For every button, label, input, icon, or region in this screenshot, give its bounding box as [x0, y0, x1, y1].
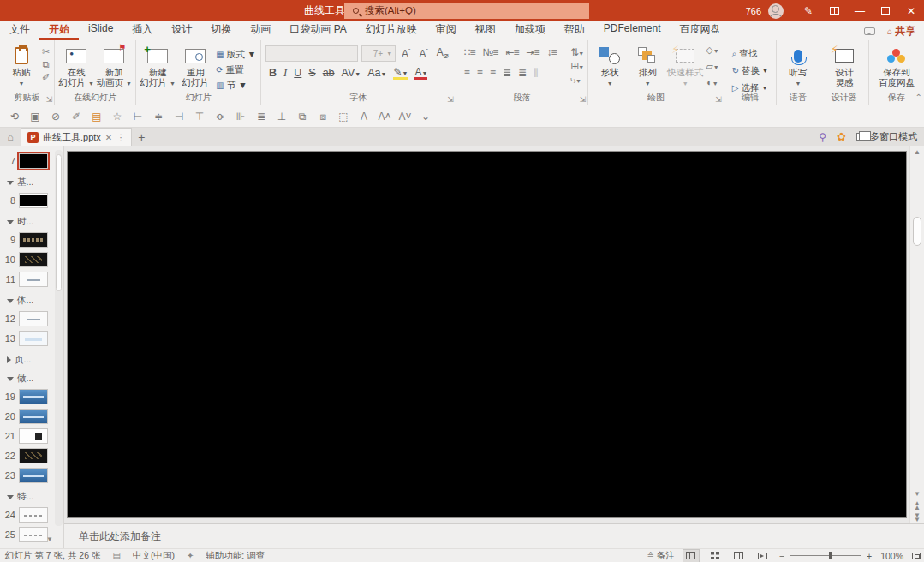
slide-thumbnail-image[interactable] [19, 153, 48, 169]
ribbon-tab-10[interactable]: 视图 [466, 20, 505, 40]
home-tab-icon[interactable]: ⌂ [0, 128, 21, 146]
numbering-button[interactable]: №≡ [482, 46, 498, 58]
copy-icon[interactable]: ⧉ [42, 59, 50, 69]
underline-button[interactable]: U [294, 67, 301, 79]
ribbon-tab-8[interactable]: 幻灯片放映 [356, 20, 426, 40]
shadow-button[interactable]: ab [323, 67, 335, 79]
section-expanded-icon[interactable] [7, 377, 14, 381]
clear-formatting-button[interactable]: A⌀ [434, 46, 451, 60]
bullets-button[interactable]: ∷≡ [464, 46, 475, 58]
convert-smartart-button[interactable]: ⤷▼ [570, 74, 583, 86]
normal-view-button[interactable] [683, 550, 699, 562]
reading-view-button[interactable] [731, 550, 747, 562]
slide-thumbnail-image[interactable] [19, 232, 48, 248]
favorite-star-icon[interactable]: ☆ [108, 108, 127, 125]
section-button[interactable]: ▥节 ▼ [216, 79, 256, 92]
slide-sorter-view-button[interactable] [707, 550, 723, 562]
accessibility-status[interactable]: 辅助功能: 调查 [206, 550, 265, 562]
font-color-button[interactable]: A▼ [414, 66, 427, 80]
slide-thumbnail-7[interactable]: 7 [0, 151, 63, 170]
change-case-button[interactable]: Aa▼ [367, 67, 386, 79]
share-button[interactable]: ⌂ 共享 [887, 24, 915, 39]
font-color-icon[interactable]: A [355, 108, 373, 125]
ribbon-tab-2[interactable]: iSlide [79, 20, 122, 40]
strikethrough-button[interactable]: S [308, 67, 315, 79]
distribute-horizontal-icon[interactable]: ⊪ [231, 108, 250, 125]
slide-thumbnail-12[interactable]: 12 [0, 308, 63, 328]
snap-helper-icon[interactable]: ▤ [87, 108, 106, 125]
align-left-objects-icon[interactable]: ⊢ [128, 108, 147, 125]
section-expanded-icon[interactable] [7, 220, 14, 224]
ribbon-tab-13[interactable]: PDFelement [594, 20, 671, 40]
section-header[interactable]: 特... [0, 490, 63, 504]
slide-thumbnail-23[interactable]: 23 [0, 465, 63, 485]
ribbon-tab-4[interactable]: 设计 [162, 20, 201, 40]
shape-icon[interactable]: ⊘ [46, 108, 65, 125]
next-slide-button[interactable]: ▼▼ [914, 513, 921, 522]
search-input[interactable]: 搜索(Alt+Q) [344, 3, 589, 19]
section-header[interactable]: 时... [0, 215, 63, 229]
previous-slide-button[interactable]: ▲▲ [914, 501, 921, 510]
columns-button[interactable]: ⫼ [534, 67, 538, 79]
text-direction-button[interactable]: ⇅▼ [570, 46, 583, 58]
section-header[interactable]: 做... [0, 372, 63, 386]
collapse-ribbon-icon[interactable]: ⌃ [915, 93, 922, 102]
grow-font-button[interactable]: Aˆ [399, 48, 413, 60]
undo-icon[interactable]: ⟲ [5, 108, 24, 125]
font-name-combobox[interactable] [265, 45, 358, 62]
align-center-button[interactable]: ≡ [477, 67, 482, 79]
language-indicator[interactable]: 中文(中国) [133, 550, 175, 562]
layout-button[interactable]: ▦版式 ▼ [216, 48, 256, 61]
thumbnail-scroll-down-icon[interactable]: ▼ [46, 535, 53, 543]
more-commands-icon[interactable]: ⌄ [416, 108, 435, 125]
slide-thumbnail-24[interactable]: 24 [0, 505, 63, 524]
ribbon-tab-6[interactable]: 动画 [241, 20, 280, 40]
italic-button[interactable]: I [283, 67, 287, 80]
ribbon-tab-5[interactable]: 切换 [201, 20, 241, 40]
section-expanded-icon[interactable] [7, 495, 14, 499]
slide-thumbnail-image[interactable] [19, 311, 48, 326]
ribbon-tab-12[interactable]: 帮助 [555, 20, 594, 40]
align-top-objects-icon[interactable]: ⊤ [190, 108, 209, 125]
section-header[interactable]: 页... [0, 353, 63, 367]
dictate-button[interactable]: 听写▼ [779, 43, 817, 89]
selection-pane-icon[interactable]: ⬚ [334, 108, 353, 125]
shape-fill-icon[interactable]: ◇▼ [706, 45, 718, 57]
slide-thumbnail-image[interactable] [19, 193, 48, 208]
thumbnail-scrollbar[interactable] [55, 150, 63, 526]
avatar[interactable] [768, 3, 784, 19]
slide-thumbnail-image[interactable] [19, 428, 48, 444]
bold-button[interactable]: B [269, 67, 277, 79]
zoom-out-button[interactable]: − [779, 551, 784, 561]
shrink-font-icon[interactable]: A˅ [396, 108, 414, 125]
slide-thumbnail-image[interactable] [19, 409, 48, 424]
slide-thumbnail-image[interactable] [19, 448, 48, 463]
notes-toggle-button[interactable]: ≙ 备注 [647, 550, 674, 562]
shape-outline-icon[interactable]: ▱▼ [706, 61, 718, 73]
slide-thumbnail-19[interactable]: 19 [0, 386, 63, 406]
replace-button[interactable]: ↻替换 ▼ [732, 64, 768, 77]
line-spacing-button[interactable]: ↕≡ [546, 46, 556, 58]
slide-thumbnail-image[interactable] [19, 331, 48, 346]
increase-indent-button[interactable]: ⇥≡ [526, 46, 539, 58]
find-button[interactable]: ⌕查找 [732, 47, 758, 60]
clipboard-dialog-launcher-icon[interactable]: ⇲ [46, 95, 53, 104]
zoom-slider-thumb[interactable] [829, 552, 832, 559]
ribbon-tab-0[interactable]: 文件 [0, 20, 39, 40]
slide-thumbnail-image[interactable] [19, 468, 48, 483]
section-header[interactable]: 体... [0, 294, 63, 308]
distribute-text-button[interactable]: ≣ [518, 67, 526, 79]
ribbon-tab-3[interactable]: 插入 [122, 20, 162, 40]
ribbon-tab-7[interactable]: 口袋动画 PA [280, 20, 355, 40]
settings-gear-icon[interactable]: ✿ [837, 130, 846, 143]
minimize-button[interactable]: — [847, 0, 873, 21]
slide-thumbnail-21[interactable]: 21 [0, 426, 63, 445]
comments-icon[interactable] [864, 27, 875, 35]
section-expanded-icon[interactable] [7, 181, 14, 185]
zoom-slider[interactable] [790, 555, 861, 556]
paste-button[interactable]: 粘贴▼ [3, 43, 40, 89]
multi-window-mode-button[interactable]: 多窗口模式 [856, 130, 917, 143]
reset-button[interactable]: ⟳重置 [216, 63, 256, 76]
align-left-button[interactable]: ≡ [464, 67, 469, 79]
magic-wand-icon[interactable]: ⚲ [819, 131, 826, 143]
